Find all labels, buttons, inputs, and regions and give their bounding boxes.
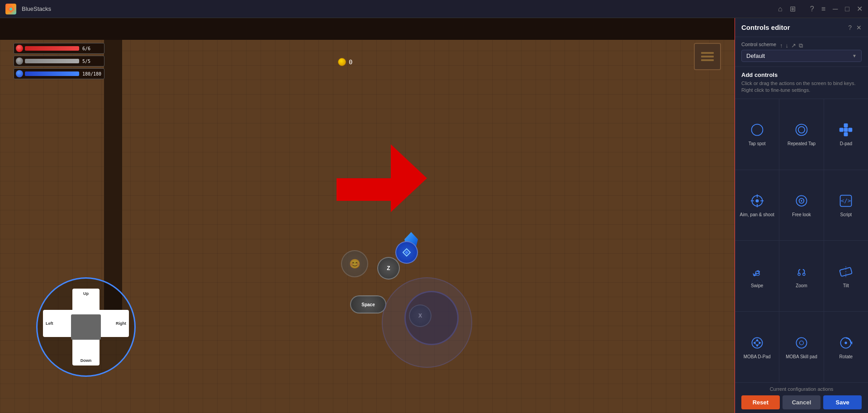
panel-header-icons: ? ✕ bbox=[848, 24, 862, 31]
inventory-box[interactable] bbox=[694, 43, 721, 70]
scheme-upload-icon[interactable]: ↑ bbox=[780, 42, 783, 49]
mana-value: 180/180 bbox=[82, 71, 101, 76]
svg-marker-4 bbox=[405, 251, 408, 254]
inv-line-1 bbox=[701, 52, 714, 54]
repeated-tap-label: Repeated Tap bbox=[787, 141, 816, 147]
tilt-icon bbox=[838, 264, 854, 280]
control-scheme-label: Control scheme bbox=[741, 42, 776, 47]
svg-point-38 bbox=[845, 342, 847, 344]
moba-dpad-label: MOBA D-Pad bbox=[744, 354, 771, 360]
add-controls-desc: Click or drag the actions on the screen … bbox=[741, 80, 862, 94]
panel-title: Controls editor bbox=[741, 24, 790, 31]
dpad-control-label: D-pad bbox=[840, 141, 852, 147]
mana-row: 180/180 bbox=[14, 68, 104, 79]
joystick-area[interactable] bbox=[404, 291, 459, 345]
home-icon[interactable]: ⌂ bbox=[778, 5, 783, 13]
menu-icon[interactable]: ≡ bbox=[821, 5, 825, 13]
controls-bottom: Current configuration actions Reset Canc… bbox=[735, 382, 868, 413]
dpad-right-label: Right bbox=[116, 321, 126, 326]
panel-close-icon[interactable]: ✕ bbox=[856, 24, 862, 31]
panel-help-icon[interactable]: ? bbox=[848, 24, 852, 31]
aim-icon bbox=[749, 193, 765, 209]
control-item-moba-dpad[interactable]: MOBA D-Pad bbox=[735, 312, 779, 382]
game-hud: 6/6 5/5 180/180 bbox=[14, 43, 104, 79]
control-scheme-section: Control scheme ↑ ↓ ↗ ⧉ Default ▼ bbox=[735, 37, 868, 67]
scheme-icons: ↑ ↓ ↗ ⧉ bbox=[780, 42, 803, 49]
inv-line-3 bbox=[701, 59, 714, 61]
inventory-icon bbox=[701, 52, 714, 61]
svg-rect-9 bbox=[844, 133, 848, 137]
svg-point-35 bbox=[796, 337, 806, 348]
health-bar-fill bbox=[25, 46, 79, 51]
control-item-dpad[interactable]: D-pad bbox=[824, 99, 868, 170]
reset-button[interactable]: Reset bbox=[741, 395, 780, 409]
help-icon[interactable]: ? bbox=[810, 5, 814, 13]
moba-skill-icon bbox=[793, 335, 810, 351]
control-item-script[interactable]: </> Script bbox=[824, 170, 868, 241]
control-item-zoom[interactable]: Zoom bbox=[779, 241, 823, 311]
scheme-dropdown[interactable]: Default ▼ bbox=[741, 50, 862, 62]
free-look-label: Free look bbox=[792, 212, 811, 218]
tap-spot-icon bbox=[749, 122, 765, 138]
panel-header: Controls editor ? ✕ bbox=[735, 18, 868, 37]
arrow-head bbox=[391, 144, 427, 212]
maximize-icon[interactable]: □ bbox=[845, 5, 849, 13]
bottom-buttons: Reset Cancel Save bbox=[741, 395, 862, 409]
dpad-left-label: Left bbox=[46, 321, 53, 326]
blue-action-button[interactable] bbox=[395, 241, 418, 264]
zoom-icon bbox=[793, 264, 810, 280]
mana-bar bbox=[25, 71, 79, 76]
dpad-container[interactable]: Up Down Left Right bbox=[36, 277, 136, 377]
control-item-aim[interactable]: Aim, pan & shoot bbox=[735, 170, 779, 241]
control-item-tilt[interactable]: Tilt bbox=[824, 241, 868, 311]
control-item-swipe[interactable]: Swipe bbox=[735, 241, 779, 311]
coin-icon bbox=[338, 58, 346, 66]
game-viewport: 6/6 5/5 180/180 0 bbox=[0, 18, 735, 413]
svg-point-7 bbox=[798, 127, 805, 133]
main-area: 6/6 5/5 180/180 0 bbox=[0, 18, 868, 413]
smiley-button[interactable]: 😊 bbox=[341, 250, 368, 277]
svg-point-36 bbox=[800, 341, 804, 345]
svg-marker-32 bbox=[755, 344, 759, 347]
svg-text:</>: </> bbox=[841, 197, 851, 204]
titlebar-controls: ⌂ ⊞ ? ≡ ─ □ ✕ bbox=[778, 5, 863, 13]
mana-bar-fill bbox=[25, 71, 79, 76]
control-item-rotate[interactable]: Rotate bbox=[824, 312, 868, 382]
zoom-label: Zoom bbox=[796, 283, 807, 289]
grid-icon[interactable]: ⊞ bbox=[790, 5, 796, 13]
svg-point-6 bbox=[796, 124, 807, 136]
control-item-tap-spot[interactable]: Tap spot bbox=[735, 99, 779, 170]
svg-point-18 bbox=[755, 199, 759, 202]
free-look-icon bbox=[793, 193, 810, 209]
aim-label: Aim, pan & shoot bbox=[740, 212, 774, 218]
control-item-moba-skill[interactable]: MOBA Skill pad bbox=[779, 312, 823, 382]
svg-marker-34 bbox=[759, 341, 761, 344]
cancel-button[interactable]: Cancel bbox=[783, 395, 821, 409]
scheme-copy-icon[interactable]: ⧉ bbox=[799, 42, 803, 49]
control-item-repeated-tap[interactable]: Repeated Tap bbox=[779, 99, 823, 170]
shield-value: 5/5 bbox=[82, 59, 90, 64]
svg-rect-11 bbox=[849, 128, 853, 132]
shield-bar bbox=[25, 59, 79, 63]
swipe-icon bbox=[749, 264, 765, 280]
control-item-free-look[interactable]: Free look bbox=[779, 170, 823, 241]
minimize-icon[interactable]: ─ bbox=[833, 5, 838, 13]
space-button[interactable]: Space bbox=[350, 295, 386, 313]
controls-editor-panel: Controls editor ? ✕ Control scheme ↑ ↓ ↗… bbox=[735, 18, 868, 413]
scheme-share-icon[interactable]: ↗ bbox=[791, 42, 796, 49]
dpad-up-label: Up bbox=[83, 291, 89, 296]
save-button[interactable]: Save bbox=[823, 395, 862, 409]
svg-marker-33 bbox=[753, 341, 755, 344]
rotate-icon bbox=[838, 335, 854, 351]
z-button[interactable]: Z bbox=[377, 257, 400, 280]
health-row: 6/6 bbox=[14, 43, 104, 54]
current-config-label: Current configuration actions bbox=[741, 386, 862, 392]
swipe-label: Swipe bbox=[751, 283, 763, 289]
coin-count: 0 bbox=[349, 58, 352, 66]
close-icon[interactable]: ✕ bbox=[857, 5, 863, 13]
shield-row: 5/5 bbox=[14, 56, 104, 66]
app-logo bbox=[5, 4, 16, 14]
dropdown-arrow-icon: ▼ bbox=[852, 53, 857, 58]
shield-bar-fill bbox=[25, 59, 79, 63]
scheme-download-icon[interactable]: ↓ bbox=[786, 42, 789, 49]
